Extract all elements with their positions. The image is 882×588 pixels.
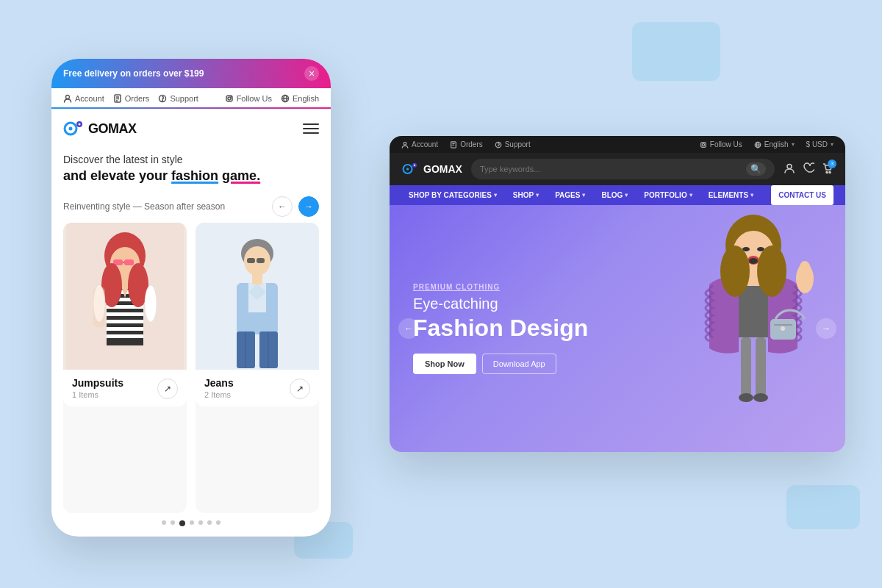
desktop-support-label: Support (505, 140, 531, 148)
shop-now-button[interactable]: Shop Now (413, 354, 476, 374)
bg-decoration-2 (786, 485, 860, 529)
mobile-nav-support[interactable]: Support (158, 94, 198, 103)
desktop-header-icons: 3 (784, 162, 833, 176)
svg-rect-42 (247, 258, 255, 263)
svg-point-8 (228, 97, 231, 100)
desktop-wishlist-icon[interactable] (803, 162, 814, 176)
dot-6[interactable] (207, 520, 212, 525)
svg-point-38 (145, 285, 157, 322)
svg-point-69 (829, 171, 831, 173)
desktop-search-bar[interactable]: 🔍 (471, 159, 775, 179)
categories-chevron: ▾ (494, 192, 497, 198)
shop-label: SHOP (513, 191, 534, 199)
shop-chevron: ▾ (536, 192, 539, 198)
svg-point-0 (66, 96, 70, 99)
mobile-nav-orders[interactable]: Orders (113, 94, 150, 103)
desktop-user-icon[interactable] (784, 162, 795, 176)
nav-underline (51, 107, 331, 109)
svg-point-66 (414, 165, 415, 166)
hero-title: and elevate your fashion game. (63, 168, 319, 184)
product-card-jumpsuits[interactable]: Jumpsuits 1 Items ↗ (63, 223, 187, 513)
dot-7[interactable] (216, 520, 220, 525)
globe-icon-desktop (754, 141, 761, 148)
product-name-jeans: Jeans (204, 377, 234, 389)
desktop-nav-account[interactable]: Account (401, 140, 438, 148)
desktop-nav: SHOP BY CATEGORIES ▾ SHOP ▾ PAGES ▾ BLOG… (390, 185, 845, 205)
desktop-nav-follow[interactable]: Follow Us (700, 140, 742, 148)
support-icon (158, 94, 167, 103)
desktop-nav-categories[interactable]: SHOP BY CATEGORIES ▾ (401, 185, 504, 205)
slider-arrows: ← → (272, 196, 319, 217)
desktop-follow-label: Follow Us (710, 140, 742, 148)
hamburger-line-2 (303, 128, 319, 129)
product-card-info-jumpsuits: Jumpsuits 1 Items ↗ (63, 370, 187, 406)
product-card-jeans[interactable]: Jeans 2 Items ↗ (196, 223, 319, 513)
blog-chevron: ▾ (625, 192, 628, 198)
product-name-jumpsuits: Jumpsuits (72, 377, 123, 389)
svg-point-67 (787, 164, 792, 168)
hamburger-line-1 (303, 123, 319, 125)
desktop-nav-support[interactable]: Support (495, 140, 531, 148)
svg-rect-43 (257, 258, 265, 263)
desktop-nav-contact[interactable]: CONTACT US (771, 185, 833, 205)
product-count-jeans: 2 Items (204, 390, 234, 399)
desktop-nav-language[interactable]: English ▾ (754, 140, 795, 148)
download-app-button[interactable]: Download App (482, 354, 556, 374)
prev-arrow-button[interactable]: ← (272, 196, 293, 217)
hero-label: PREMIUM CLOTHING (413, 283, 588, 291)
svg-rect-32 (107, 338, 143, 345)
orders-icon-desktop (450, 141, 457, 148)
dot-3-active[interactable] (179, 520, 185, 526)
desktop-cart-icon[interactable]: 3 (822, 162, 833, 176)
desktop-logo-icon (401, 160, 419, 178)
desktop-nav-orders[interactable]: Orders (450, 140, 483, 148)
dot-5[interactable] (198, 520, 203, 525)
account-label: Account (75, 94, 104, 103)
svg-point-84 (781, 326, 785, 331)
support-label: Support (170, 94, 198, 103)
desktop-language-label: English (764, 140, 789, 148)
desktop-search-button[interactable]: 🔍 (746, 162, 766, 176)
hero-next-arrow[interactable]: → (816, 318, 836, 339)
mobile-logo-text: GOMAX (88, 121, 137, 137)
svg-point-53 (404, 142, 406, 145)
dot-2[interactable] (171, 520, 175, 525)
dot-1[interactable] (162, 520, 166, 525)
desktop-nav-currency[interactable]: $ USD ▾ (806, 140, 833, 148)
svg-rect-31 (107, 331, 143, 334)
promo-close-button[interactable]: × (304, 66, 319, 81)
desktop-topbar: Account Orders Support Follow Us English (390, 136, 845, 153)
product-arrow-jumpsuits[interactable]: ↗ (157, 379, 178, 399)
mobile-nav-follow[interactable]: Follow Us (225, 94, 272, 103)
desktop-nav-blog[interactable]: BLOG ▾ (594, 185, 635, 205)
desktop-logo-text: GOMAX (423, 163, 462, 175)
mobile-nav-account[interactable]: Account (63, 94, 104, 103)
dot-4[interactable] (190, 520, 194, 525)
svg-point-80 (739, 393, 753, 402)
next-arrow-button[interactable]: → (298, 196, 319, 217)
hero-subtitle: Eye-catching (413, 295, 588, 312)
product-image-jumpsuits (63, 223, 187, 370)
svg-point-6 (162, 101, 163, 101)
hero-prev-arrow[interactable]: ← (398, 318, 419, 339)
desktop-nav-elements[interactable]: ELEMENTS ▾ (701, 185, 761, 205)
desktop-search-input[interactable] (480, 165, 740, 173)
promo-text: Free delivery on orders over $199 (63, 68, 204, 79)
hamburger-menu[interactable] (303, 123, 319, 134)
promo-banner: Free delivery on orders over $199 × (51, 59, 331, 88)
product-card-info-jeans: Jeans 2 Items ↗ (196, 370, 319, 406)
svg-rect-48 (252, 274, 262, 284)
desktop-nav-shop[interactable]: SHOP ▾ (506, 185, 546, 205)
dot-indicators (51, 513, 331, 537)
desktop-header: GOMAX 🔍 3 (390, 153, 845, 185)
desktop-nav-portfolio[interactable]: PORTFOLIO ▾ (637, 185, 699, 205)
support-icon-desktop (495, 141, 502, 148)
blog-label: BLOG (601, 191, 623, 199)
english-label: English (293, 94, 319, 103)
desktop-nav-pages[interactable]: PAGES ▾ (548, 185, 592, 205)
mobile-products: Jumpsuits 1 Items ↗ (51, 223, 331, 513)
mobile-nav-language[interactable]: English (281, 94, 319, 103)
elements-chevron: ▾ (750, 192, 753, 198)
product-arrow-jeans[interactable]: ↗ (290, 379, 310, 399)
hamburger-line-3 (303, 132, 319, 134)
